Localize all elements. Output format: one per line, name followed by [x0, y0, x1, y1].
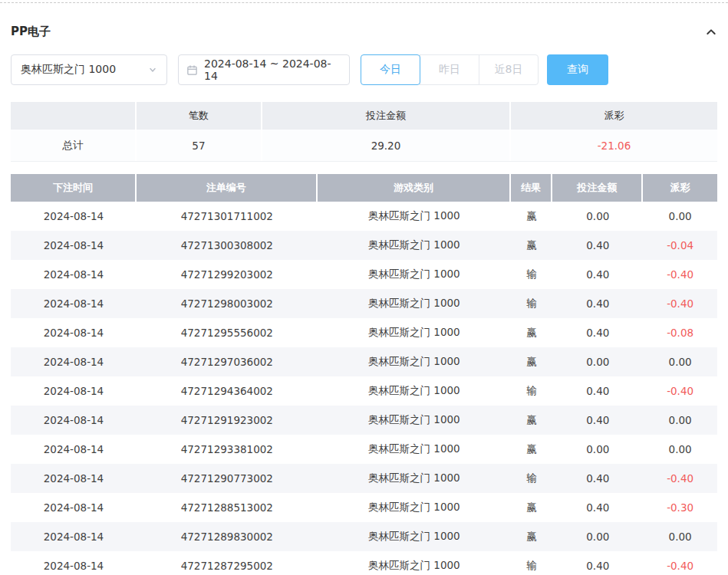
table-row: 2024-08-14 47271290773002 奥林匹斯之门 1000 输 … [11, 464, 717, 493]
cell-bet-time: 2024-08-14 [11, 464, 137, 493]
table-row: 2024-08-14 47271287295002 奥林匹斯之门 1000 输 … [11, 551, 717, 575]
yesterday-button[interactable]: 昨日 [420, 54, 479, 85]
summary-table: 笔数 投注金额 派彩 总计 57 29.20 -21.06 [11, 102, 717, 162]
chevron-down-icon [148, 65, 157, 74]
cell-game-type: 奥林匹斯之门 1000 [318, 231, 511, 260]
cell-bet-time: 2024-08-14 [11, 522, 137, 551]
cell-game-type: 奥林匹斯之门 1000 [318, 406, 511, 435]
cell-bet-time: 2024-08-14 [11, 435, 137, 464]
cell-game-type: 奥林匹斯之门 1000 [318, 289, 511, 318]
cell-bet-time: 2024-08-14 [11, 376, 137, 406]
table-row: 2024-08-14 47271288513002 奥林匹斯之门 1000 赢 … [11, 493, 717, 522]
cell-payout: -0.08 [643, 318, 717, 347]
table-row: 2024-08-14 47271298003002 奥林匹斯之门 1000 输 … [11, 289, 717, 318]
table-header-row: 下注时间 注单编号 游戏类别 结果 投注金额 派彩 [11, 174, 717, 202]
cell-game-type: 奥林匹斯之门 1000 [318, 318, 511, 347]
cell-bet-amount: 0.40 [552, 289, 643, 318]
summary-total-row: 总计 57 29.20 -21.06 [11, 130, 717, 162]
cell-game-type: 奥林匹斯之门 1000 [318, 376, 511, 406]
cell-result: 输 [511, 289, 552, 318]
cell-game-type: 奥林匹斯之门 1000 [318, 493, 511, 522]
cell-result: 输 [511, 376, 552, 406]
cell-bet-time: 2024-08-14 [11, 318, 137, 347]
table-row: 2024-08-14 47271301711002 奥林匹斯之门 1000 赢 … [11, 202, 717, 231]
summary-header-empty [11, 102, 137, 130]
table-row: 2024-08-14 47271289830002 奥林匹斯之门 1000 赢 … [11, 522, 717, 551]
date-range-value: 2024-08-14 ~ 2024-08-14 [204, 58, 341, 82]
cell-game-type: 奥林匹斯之门 1000 [318, 435, 511, 464]
summary-payout-value: -21.06 [511, 130, 717, 161]
cell-game-type: 奥林匹斯之门 1000 [318, 464, 511, 493]
cell-result: 输 [511, 260, 552, 289]
bet-records-table: 下注时间 注单编号 游戏类别 结果 投注金额 派彩 2024-08-14 472… [11, 174, 717, 575]
cell-payout: 0.00 [643, 435, 717, 464]
chevron-up-icon [705, 26, 717, 38]
cell-order-id: 47271288513002 [137, 493, 318, 522]
summary-amount-value: 29.20 [262, 130, 511, 161]
header-game-type: 游戏类别 [318, 174, 511, 202]
summary-header-row: 笔数 投注金额 派彩 [11, 102, 717, 130]
cell-game-type: 奥林匹斯之门 1000 [318, 260, 511, 289]
cell-order-id: 47271299203002 [137, 260, 318, 289]
table-row: 2024-08-14 47271300308002 奥林匹斯之门 1000 赢 … [11, 231, 717, 260]
cell-result: 赢 [511, 493, 552, 522]
table-row: 2024-08-14 47271291923002 奥林匹斯之门 1000 赢 … [11, 406, 717, 435]
table-row: 2024-08-14 47271293381002 奥林匹斯之门 1000 赢 … [11, 435, 717, 464]
cell-bet-amount: 0.40 [552, 260, 643, 289]
cell-game-type: 奥林匹斯之门 1000 [318, 347, 511, 376]
summary-header-payout: 派彩 [511, 102, 717, 130]
cell-order-id: 47271294364002 [137, 376, 318, 406]
cell-order-id: 47271290773002 [137, 464, 318, 493]
panel-header: PP电子 [11, 3, 717, 54]
table-row: 2024-08-14 47271297036002 奥林匹斯之门 1000 赢 … [11, 347, 717, 376]
cell-bet-time: 2024-08-14 [11, 406, 137, 435]
table-row: 2024-08-14 47271295556002 奥林匹斯之门 1000 赢 … [11, 318, 717, 347]
cell-bet-time: 2024-08-14 [11, 289, 137, 318]
cell-result: 赢 [511, 202, 552, 231]
game-select[interactable]: 奥林匹斯之门 1000 [11, 54, 167, 85]
cell-bet-amount: 0.00 [552, 522, 643, 551]
report-page: PP电子 奥林匹斯之门 1000 2024-08-14 ~ [0, 3, 728, 575]
cell-bet-amount: 0.00 [552, 347, 643, 376]
date-range-picker[interactable]: 2024-08-14 ~ 2024-08-14 [178, 54, 350, 85]
cell-order-id: 47271295556002 [137, 318, 318, 347]
header-bet-time: 下注时间 [11, 174, 137, 202]
cell-result: 赢 [511, 318, 552, 347]
cell-payout: -0.04 [643, 231, 717, 260]
cell-payout: 0.00 [643, 347, 717, 376]
header-result: 结果 [511, 174, 552, 202]
header-order-id: 注单编号 [137, 174, 318, 202]
cell-result: 输 [511, 464, 552, 493]
cell-result: 赢 [511, 435, 552, 464]
cell-payout: -0.40 [643, 464, 717, 493]
game-select-value: 奥林匹斯之门 1000 [21, 63, 116, 77]
today-button[interactable]: 今日 [361, 54, 420, 85]
cell-bet-time: 2024-08-14 [11, 202, 137, 231]
header-payout: 派彩 [643, 174, 717, 202]
cell-order-id: 47271300308002 [137, 231, 318, 260]
cell-order-id: 47271293381002 [137, 435, 318, 464]
cell-order-id: 47271289830002 [137, 522, 318, 551]
quick-date-button-group: 今日 昨日 近8日 [361, 54, 539, 85]
cell-bet-time: 2024-08-14 [11, 493, 137, 522]
cell-result: 赢 [511, 347, 552, 376]
cell-payout: 0.00 [643, 406, 717, 435]
cell-bet-amount: 0.40 [552, 406, 643, 435]
cell-bet-time: 2024-08-14 [11, 231, 137, 260]
cell-bet-amount: 0.40 [552, 464, 643, 493]
cell-bet-time: 2024-08-14 [11, 347, 137, 376]
cell-result: 赢 [511, 406, 552, 435]
cell-game-type: 奥林匹斯之门 1000 [318, 202, 511, 231]
table-row: 2024-08-14 47271294364002 奥林匹斯之门 1000 输 … [11, 376, 717, 406]
cell-bet-amount: 0.40 [552, 551, 643, 575]
cell-bet-amount: 0.40 [552, 376, 643, 406]
cell-payout: -0.40 [643, 260, 717, 289]
cell-payout: -0.30 [643, 493, 717, 522]
cell-order-id: 47271298003002 [137, 289, 318, 318]
cell-game-type: 奥林匹斯之门 1000 [318, 551, 511, 575]
cell-payout: -0.40 [643, 376, 717, 406]
summary-header-count: 笔数 [137, 102, 262, 130]
query-button[interactable]: 查询 [547, 54, 608, 85]
collapse-panel-button[interactable] [705, 26, 717, 38]
last-8-days-button[interactable]: 近8日 [479, 54, 539, 85]
